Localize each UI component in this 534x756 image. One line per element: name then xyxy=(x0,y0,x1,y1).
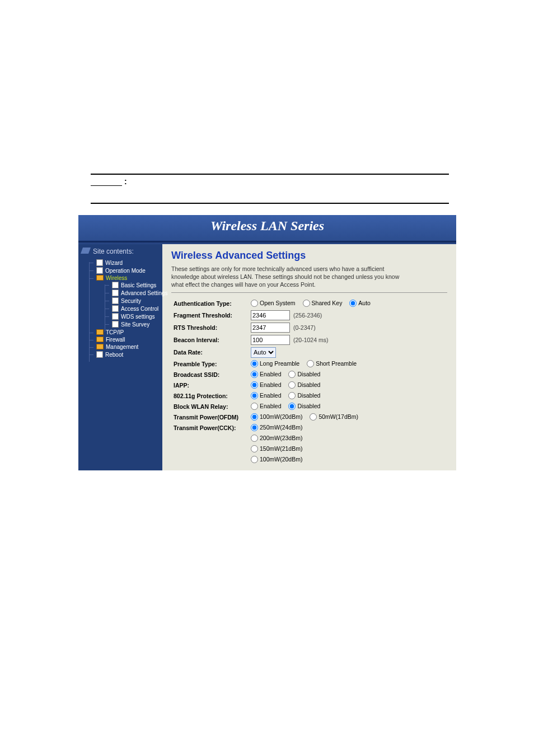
sidebar-item-label: Reboot xyxy=(105,352,123,358)
sidebar-item-basic-settings[interactable]: Basic Settings xyxy=(102,281,162,289)
broadcast-ssid-disabled-radio[interactable]: Disabled xyxy=(288,371,320,378)
preamble-long-radio[interactable]: Long Preamble xyxy=(251,360,299,367)
sidebar-item-label: Security xyxy=(121,298,141,304)
folder-icon xyxy=(96,337,106,343)
main-panel: Wireless Advanced Settings These setting… xyxy=(162,244,456,470)
page-title: Wireless Advanced Settings xyxy=(171,250,447,262)
broadcast-ssid-enabled-radio[interactable]: Enabled xyxy=(251,371,282,378)
separator xyxy=(171,292,447,293)
block-relay-disabled-radio[interactable]: Disabled xyxy=(288,403,320,410)
rts-threshold-hint: (0-2347) xyxy=(293,324,316,331)
document-icon xyxy=(112,314,121,320)
sidebar-item-operation-mode[interactable]: Operation Mode xyxy=(86,267,162,274)
sidebar-title: Site contents: xyxy=(78,246,162,259)
sidebar-item-label: Operation Mode xyxy=(105,268,146,274)
sidebar-item-label: Site Survey xyxy=(121,321,149,328)
block-relay-enabled-radio[interactable]: Enabled xyxy=(251,403,282,410)
sidebar-item-site-survey[interactable]: Site Survey xyxy=(102,320,162,328)
sidebar-item-wizard[interactable]: Wizard xyxy=(86,259,162,267)
radio-label: Enabled xyxy=(260,381,282,388)
sidebar-item-label: Access Control xyxy=(121,306,158,312)
sidebar: Site contents: Wizard Operation Mode Wir… xyxy=(78,244,162,470)
radio-label: 150mW(21dBm) xyxy=(260,445,302,452)
sidebar-item-label: Wizard xyxy=(105,260,123,266)
document-icon xyxy=(96,260,105,266)
sidebar-item-wireless[interactable]: Wireless Basic Settings Advanced Setting… xyxy=(86,274,162,329)
tx-cck-100mw-radio[interactable]: 100mW(20dBm) xyxy=(251,456,302,463)
iapp-disabled-radio[interactable]: Disabled xyxy=(288,381,320,389)
page-description: These settings are only for more technic… xyxy=(171,265,412,289)
fragment-threshold-hint: (256-2346) xyxy=(293,312,322,319)
auth-type-shared-radio[interactable]: Shared Key xyxy=(303,300,343,307)
sidebar-item-tcpip[interactable]: TCP/IP xyxy=(86,329,162,336)
radio-label: Enabled xyxy=(260,403,282,409)
radio-label: Short Preamble xyxy=(316,360,357,367)
folder-icon xyxy=(96,344,106,350)
sidebar-item-security[interactable]: Security xyxy=(102,297,162,305)
settings-form: Authentication Type: Open System Shared … xyxy=(171,298,378,465)
document-icon xyxy=(112,298,121,304)
beacon-interval-input[interactable] xyxy=(251,335,290,345)
radio-label: Auto xyxy=(358,300,371,306)
protection-disabled-radio[interactable]: Disabled xyxy=(288,392,320,399)
document-icon xyxy=(112,306,121,312)
radio-label: Disabled xyxy=(297,381,320,388)
block-wlan-relay-label: Block WLAN Relay: xyxy=(171,402,249,412)
fragment-threshold-input[interactable] xyxy=(251,310,290,320)
tx-ofdm-50mw-radio[interactable]: 50mW(17dBm) xyxy=(310,413,358,421)
protection-enabled-radio[interactable]: Enabled xyxy=(251,392,282,399)
sidebar-item-label: Firewall xyxy=(106,337,125,343)
auth-type-open-radio[interactable]: Open System xyxy=(251,300,296,307)
tx-cck-150mw-radio[interactable]: 150mW(21dBm) xyxy=(251,445,302,452)
document-icon xyxy=(96,352,105,358)
data-rate-label: Data Rate: xyxy=(171,346,249,359)
radio-label: Disabled xyxy=(297,403,320,409)
radio-label: 100mW(20dBm) xyxy=(260,456,302,463)
radio-label: 200mW(23dBm) xyxy=(260,435,302,441)
fragment-threshold-label: Fragment Threshold: xyxy=(171,309,249,321)
iapp-enabled-radio[interactable]: Enabled xyxy=(251,381,282,389)
iapp-label: IAPP: xyxy=(171,380,249,391)
sidebar-item-label: TCP/IP xyxy=(106,329,124,335)
broadcast-ssid-label: Broadcast SSID: xyxy=(171,370,249,380)
tx-ofdm-100mw-radio[interactable]: 100mW(20dBm) xyxy=(251,413,302,421)
document-icon xyxy=(112,321,121,328)
beacon-interval-label: Beacon Interval: xyxy=(171,334,249,346)
rts-threshold-input[interactable] xyxy=(251,323,290,333)
document-icon xyxy=(96,268,105,274)
sidebar-item-label: WDS settings xyxy=(121,314,155,320)
radio-label: Disabled xyxy=(297,392,320,399)
tx-cck-250mw-radio[interactable]: 250mW(24dBm) xyxy=(251,424,302,431)
sidebar-item-reboot[interactable]: Reboot xyxy=(86,351,162,358)
preamble-type-label: Preamble Type: xyxy=(171,359,249,370)
sidebar-item-firewall[interactable]: Firewall xyxy=(86,336,162,343)
tx-power-cck-label: Transmit Power(CCK): xyxy=(171,423,249,433)
protection-label: 802.11g Protection: xyxy=(171,391,249,402)
document-icon xyxy=(112,282,121,288)
beacon-interval-hint: (20-1024 ms) xyxy=(293,337,328,343)
tx-cck-200mw-radio[interactable]: 200mW(23dBm) xyxy=(251,435,302,442)
folder-icon xyxy=(96,275,106,281)
radio-label: Enabled xyxy=(260,392,282,399)
radio-label: Shared Key xyxy=(312,300,343,306)
banner-title: Wireless LAN Series xyxy=(78,215,456,241)
radio-label: Enabled xyxy=(260,371,282,377)
radio-label: 100mW(20dBm) xyxy=(260,413,302,420)
auth-type-auto-radio[interactable]: Auto xyxy=(349,300,371,307)
data-rate-select[interactable]: Auto xyxy=(251,347,276,358)
document-icon xyxy=(112,290,121,296)
radio-label: Open System xyxy=(260,300,296,306)
tx-power-ofdm-label: Transmit Power(OFDM) xyxy=(171,412,249,423)
sidebar-item-management[interactable]: Management xyxy=(86,343,162,351)
sidebar-item-label: Wireless xyxy=(106,275,127,281)
radio-label: 250mW(24dBm) xyxy=(260,424,302,431)
sidebar-item-label: Management xyxy=(106,344,138,350)
radio-label: 50mW(17dBm) xyxy=(318,413,358,420)
sidebar-item-access-control[interactable]: Access Control xyxy=(102,305,162,312)
sidebar-item-label: Advanced Settings xyxy=(121,290,167,296)
auth-type-label: Authentication Type: xyxy=(171,298,249,309)
sidebar-item-wds-settings[interactable]: WDS settings xyxy=(102,312,162,320)
preamble-short-radio[interactable]: Short Preamble xyxy=(307,360,357,367)
sidebar-item-advanced-settings[interactable]: Advanced Settings xyxy=(102,289,162,297)
rts-threshold-label: RTS Threshold: xyxy=(171,321,249,334)
